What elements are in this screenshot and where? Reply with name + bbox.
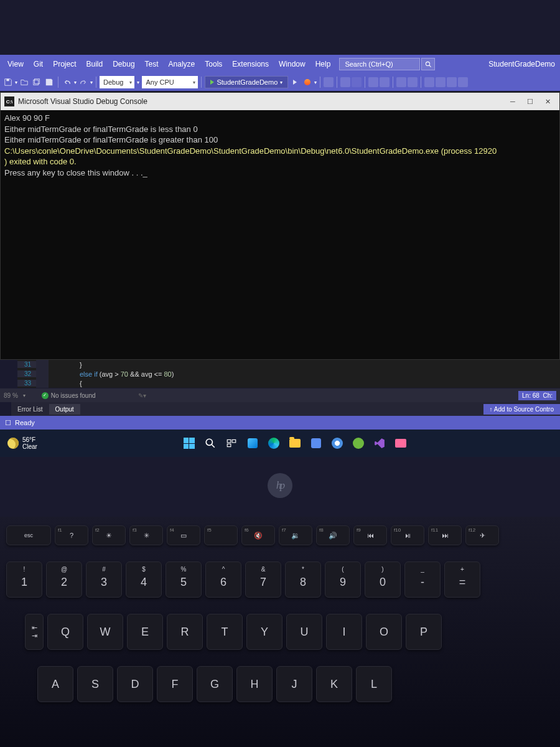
menu-extensions[interactable]: Extensions xyxy=(227,57,274,71)
run-button[interactable]: StudentGradeDemo ▾ xyxy=(205,76,288,88)
menu-window[interactable]: Window xyxy=(274,57,310,71)
svg-point-0 xyxy=(426,62,429,65)
key-f11: f11⏭ xyxy=(428,525,462,545)
key-7: &7 xyxy=(245,561,281,598)
tb-misc-6[interactable] xyxy=(396,77,406,87)
menu-project[interactable]: Project xyxy=(48,57,81,71)
save-icon[interactable] xyxy=(2,77,14,88)
app-title: StudentGradeDemo xyxy=(488,60,555,68)
line-number: 31 xyxy=(17,361,36,368)
key-a: A xyxy=(37,666,73,702)
search-input[interactable]: Search (Ctrl+Q) xyxy=(339,58,420,70)
zoom-percent[interactable]: 89 % xyxy=(4,392,18,399)
key-k: K xyxy=(316,666,352,702)
menu-debug[interactable]: Debug xyxy=(108,57,139,71)
save-all-icon[interactable] xyxy=(31,77,42,88)
physical-keyboard: escf1?f2☀f3✳f4▭f5f6🔇f7🔉f8🔊f9⏮f10⏯f11⏭f12… xyxy=(0,517,560,747)
key-y: Y xyxy=(246,614,282,650)
status-ready: Ready xyxy=(15,419,35,426)
key-esc: esc xyxy=(6,525,51,545)
console-title-text: Microsoft Visual Studio Debug Console xyxy=(18,97,147,106)
svg-rect-3 xyxy=(34,80,39,85)
key-f3: f3✳ xyxy=(129,525,163,545)
search-icon[interactable] xyxy=(421,58,435,70)
tb-misc-8[interactable] xyxy=(424,77,434,87)
app-icon-2[interactable] xyxy=(350,435,366,451)
windows-taskbar[interactable]: 56°F Clear xyxy=(0,430,560,457)
tb-misc-2[interactable] xyxy=(340,77,350,87)
tab-error-list[interactable]: Error List xyxy=(11,404,49,415)
svg-rect-9 xyxy=(227,444,231,447)
app-icon-3[interactable] xyxy=(393,435,409,451)
menu-analyze[interactable]: Analyze xyxy=(164,57,200,71)
tb-misc-10[interactable] xyxy=(447,77,457,87)
editor-status-bar: 89 % ▾ ✓ No issues found ✎▾ Ln: 68 Ch: xyxy=(0,388,560,402)
close-icon[interactable]: ✕ xyxy=(543,97,552,106)
svg-line-1 xyxy=(429,65,431,67)
widgets-icon[interactable] xyxy=(245,435,261,451)
code-text: else if (avg > 70 && avg <= 80) xyxy=(49,370,174,378)
hot-reload-icon[interactable] xyxy=(302,77,313,88)
platform-dropdown[interactable]: Any CPU xyxy=(142,76,198,88)
visual-studio-icon[interactable] xyxy=(371,435,388,451)
edge-icon[interactable] xyxy=(266,435,282,451)
explorer-icon[interactable] xyxy=(287,435,303,451)
menu-test[interactable]: Test xyxy=(140,57,164,71)
key-t: T xyxy=(207,614,243,650)
tb-misc-4[interactable] xyxy=(368,77,378,87)
console-line: Alex 90 90 F xyxy=(4,113,556,124)
menu-build[interactable]: Build xyxy=(82,57,108,71)
menu-view[interactable]: View xyxy=(2,57,29,71)
tb-misc-3[interactable] xyxy=(352,77,362,87)
key-2: @2 xyxy=(46,561,82,598)
menu-tools[interactable]: Tools xyxy=(200,57,227,71)
task-view-icon[interactable] xyxy=(223,435,240,451)
run-no-debug-icon[interactable] xyxy=(289,77,301,88)
key-f9: f9⏮ xyxy=(353,525,387,545)
key-8: *8 xyxy=(285,561,321,598)
code-editor[interactable]: 31 } 32 else if (avg > 70 && avg <= 80) … xyxy=(17,360,560,388)
redo-icon[interactable] xyxy=(78,77,89,88)
app-icon-1[interactable] xyxy=(329,435,345,451)
store-icon[interactable] xyxy=(308,435,324,451)
undo-icon[interactable] xyxy=(62,77,73,88)
console-line: ) exited with code 0. xyxy=(4,156,556,167)
code-text: { xyxy=(49,380,82,387)
tb-misc-7[interactable] xyxy=(408,77,418,87)
tb-misc-9[interactable] xyxy=(436,77,446,87)
start-button[interactable] xyxy=(181,435,197,451)
hp-logo: hp xyxy=(268,473,292,498)
key-f1: f1? xyxy=(55,525,88,545)
key-0: )0 xyxy=(365,561,401,598)
weather-widget[interactable]: 56°F Clear xyxy=(7,436,37,450)
tab-output[interactable]: Output xyxy=(49,404,80,415)
key-l: L xyxy=(356,666,392,702)
search-taskbar-icon[interactable] xyxy=(202,435,218,451)
key-=: += xyxy=(444,561,480,598)
add-to-source-control-button[interactable]: ↑ Add to Source Contro xyxy=(483,404,560,415)
key-f10: f10⏯ xyxy=(391,525,424,545)
console-titlebar[interactable]: C:\ Microsoft Visual Studio Debug Consol… xyxy=(1,93,559,110)
cursor-position[interactable]: Ln: 68 Ch: xyxy=(518,391,556,400)
tb-misc-1[interactable] xyxy=(324,77,334,87)
console-output[interactable]: Alex 90 90 F Either midTermGrade or fina… xyxy=(1,110,559,359)
menu-git[interactable]: Git xyxy=(29,57,48,71)
open-icon[interactable] xyxy=(19,77,30,88)
key-f2: f2☀ xyxy=(92,525,126,545)
issues-indicator[interactable]: ✓ No issues found xyxy=(42,392,96,399)
key-6: ^6 xyxy=(205,561,241,598)
svg-rect-2 xyxy=(6,79,9,82)
key-h: H xyxy=(236,666,273,702)
console-line: Press any key to close this window . . .… xyxy=(4,167,556,179)
key-d: D xyxy=(117,666,153,702)
maximize-icon[interactable]: ☐ xyxy=(526,97,534,106)
moon-icon xyxy=(7,438,19,449)
tb-misc-11[interactable] xyxy=(458,77,468,87)
tb-misc-5[interactable] xyxy=(380,77,390,87)
console-app-icon: C:\ xyxy=(4,96,14,106)
save-disk-icon[interactable] xyxy=(44,77,55,88)
menu-help[interactable]: Help xyxy=(310,57,336,71)
key-f6: f6🔇 xyxy=(241,525,275,545)
config-dropdown[interactable]: Debug xyxy=(100,76,134,88)
minimize-icon[interactable]: ─ xyxy=(508,97,517,106)
